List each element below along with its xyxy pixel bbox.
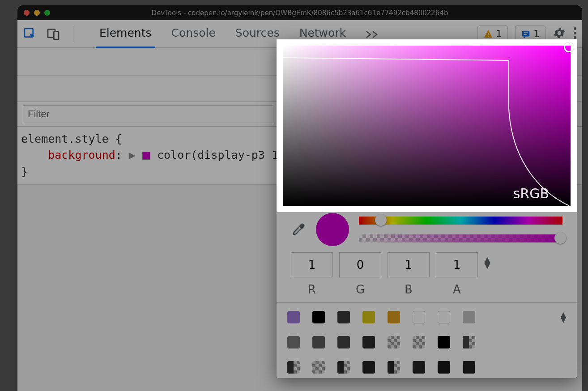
palette-swatch[interactable] — [463, 361, 475, 374]
palette-swatch[interactable] — [337, 336, 350, 348]
channel-g-input[interactable] — [339, 252, 381, 277]
current-color-swatch — [316, 213, 349, 246]
zoom-window-button[interactable] — [44, 10, 50, 16]
tab-console[interactable]: Console — [170, 20, 217, 47]
palette-swatch[interactable] — [388, 336, 400, 348]
color-palette: ▲▼ — [277, 303, 577, 378]
svg-rect-7 — [524, 34, 526, 35]
palette-swatch[interactable] — [362, 336, 375, 348]
palette-swatch[interactable] — [463, 336, 475, 348]
palette-swatch[interactable] — [438, 361, 450, 374]
palette-row — [287, 336, 566, 348]
palette-swatch[interactable] — [337, 361, 350, 374]
palette-swatch[interactable] — [438, 311, 450, 323]
channel-a-input[interactable] — [436, 252, 478, 277]
svg-rect-2 — [54, 31, 59, 39]
hue-slider-thumb[interactable] — [375, 214, 387, 226]
window-title: DevTools - codepen.io/argyleink/pen/QWBg… — [17, 9, 582, 17]
palette-swatch[interactable] — [362, 311, 375, 323]
warnings-count: 1 — [496, 28, 502, 39]
channel-r-input[interactable] — [291, 252, 333, 277]
svg-point-8 — [574, 27, 576, 30]
gamut-boundary-line — [283, 46, 571, 206]
alpha-slider-thumb[interactable] — [554, 232, 566, 244]
palette-row — [287, 361, 566, 374]
palette-swatch[interactable] — [362, 361, 375, 374]
color-picker-popover: sRGB R G — [277, 39, 577, 378]
svg-point-9 — [574, 32, 576, 34]
eyedropper-icon[interactable] — [291, 222, 306, 237]
palette-swatch[interactable] — [388, 311, 400, 323]
svg-point-10 — [574, 36, 576, 39]
picker-controls-row — [277, 212, 577, 252]
inspect-element-icon[interactable] — [23, 27, 37, 41]
palette-swatch[interactable] — [463, 311, 475, 323]
spectrum-container: sRGB — [277, 39, 577, 212]
gamut-label: sRGB — [513, 186, 549, 201]
channel-r-label: R — [308, 283, 316, 296]
channel-b-input[interactable] — [388, 252, 430, 277]
tab-sources[interactable]: Sources — [234, 20, 281, 47]
palette-swatch[interactable] — [287, 311, 300, 323]
color-spectrum[interactable]: sRGB — [283, 46, 571, 206]
styles-filter-input[interactable] — [23, 105, 273, 123]
palette-swatch[interactable] — [312, 336, 325, 348]
traffic-lights — [24, 10, 50, 16]
svg-point-11 — [301, 224, 304, 227]
palette-swatch[interactable] — [287, 361, 300, 374]
color-format-stepper[interactable]: ▲▼ — [484, 257, 490, 268]
toolbar-divider — [73, 26, 73, 42]
palette-row: ▲▼ — [287, 311, 566, 323]
window-titlebar: DevTools - codepen.io/argyleink/pen/QWBg… — [17, 5, 582, 20]
css-selector: element.style — [21, 132, 109, 145]
svg-rect-4 — [488, 36, 489, 37]
expand-triangle-icon[interactable]: ▶ — [129, 149, 142, 162]
palette-swatch[interactable] — [413, 361, 425, 374]
channel-g-label: G — [356, 283, 365, 296]
palette-swatch[interactable] — [312, 361, 325, 374]
palette-swatch[interactable] — [388, 361, 400, 374]
palette-set-stepper[interactable]: ▲▼ — [561, 312, 566, 323]
palette-swatch[interactable] — [287, 336, 300, 348]
svg-rect-5 — [522, 30, 530, 36]
device-toggle-icon[interactable] — [46, 27, 60, 41]
hue-slider[interactable] — [359, 217, 562, 225]
color-swatch-icon[interactable] — [142, 152, 150, 160]
tab-elements[interactable]: Elements — [98, 20, 153, 47]
color-value-inputs: R G B A ▲▼ — [277, 252, 577, 302]
channel-a-label: A — [453, 283, 461, 296]
svg-rect-6 — [524, 32, 528, 33]
alpha-slider[interactable] — [359, 234, 562, 242]
minimize-window-button[interactable] — [34, 10, 40, 16]
info-count: 1 — [533, 28, 540, 39]
channel-b-label: B — [405, 283, 413, 296]
svg-rect-3 — [488, 33, 489, 35]
palette-swatch[interactable] — [413, 336, 425, 348]
close-window-button[interactable] — [24, 10, 30, 16]
palette-swatch[interactable] — [337, 311, 350, 323]
palette-swatch[interactable] — [413, 311, 425, 323]
css-property-name[interactable]: background — [48, 149, 115, 162]
css-property-value[interactable]: color(display-p3 1 0 — [157, 149, 292, 162]
spectrum-cursor[interactable] — [564, 42, 574, 52]
palette-swatch[interactable] — [438, 336, 450, 348]
palette-swatch[interactable] — [312, 311, 325, 323]
